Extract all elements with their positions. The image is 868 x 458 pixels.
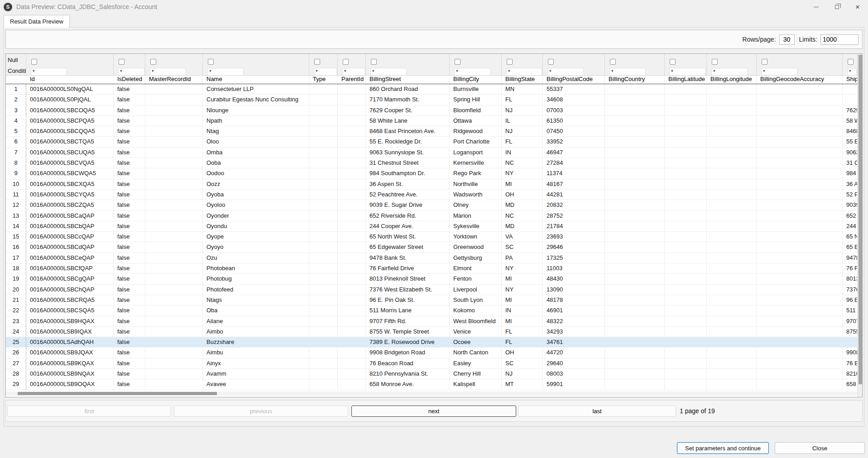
table-row[interactable]: 210016A00000LSBCRQA5falseNtags96 E. Pin …	[6, 295, 858, 305]
column-header-BillingStreet[interactable]: BillingStreet	[366, 76, 450, 84]
table-row[interactable]: 120016A00000LSBCZQA5falseOyoloo9039 E. S…	[6, 200, 858, 210]
null-checkbox-BillingLongitude[interactable]	[712, 59, 718, 65]
column-header-BillingLatitude[interactable]: BillingLatitude	[665, 76, 707, 84]
close-window-button[interactable]: ✕	[847, 0, 868, 14]
table-row[interactable]: 260016A00000LSB9JQAXfalseAimbu9908 Bridg…	[6, 348, 858, 358]
condition-input-BillingLongitude[interactable]	[711, 68, 748, 75]
condition-cell	[145, 66, 203, 75]
column-header-Name[interactable]: Name	[203, 76, 309, 84]
table-row[interactable]: 270016A00000LSB9KQAXfalseAinyx76 Beacon …	[6, 358, 858, 369]
tab-result-data-preview[interactable]: Result Data Preview	[4, 15, 70, 28]
previous-page-button[interactable]: previous	[174, 406, 348, 417]
close-button[interactable]: Close	[775, 442, 865, 454]
null-checkbox-Ship[interactable]	[848, 59, 854, 65]
table-row[interactable]: 50016A00000LSBCQQA5falseNtag8468 East Pr…	[6, 126, 858, 137]
minimize-button[interactable]	[806, 0, 826, 14]
null-checkbox-BillingCity[interactable]	[455, 59, 460, 65]
table-row[interactable]: 30016A00000LSBCOQA5falseNlounge7629 Coop…	[6, 105, 858, 116]
vertical-scrollbar[interactable]	[858, 54, 862, 397]
table-cell: false	[114, 137, 145, 147]
column-header-BillingCity[interactable]: BillingCity	[450, 76, 502, 84]
condition-input-MasterRecordId[interactable]	[150, 68, 186, 75]
table-row[interactable]: 240016A00000LSB9IQAXfalseAimbo8755 W. Te…	[6, 327, 858, 337]
table-row[interactable]: 180016A00000LSBCfQAPfalsePhotobean76 Fai…	[6, 263, 858, 274]
null-checkbox-Id[interactable]	[31, 59, 37, 65]
column-header-BillingCountry[interactable]: BillingCountry	[605, 76, 665, 84]
column-header-Ship[interactable]: Ship	[843, 76, 858, 84]
table-row[interactable]: 150016A00000LSBCcQAPfalseOyope65 North W…	[6, 232, 858, 242]
column-header-BillingState[interactable]: BillingState	[502, 76, 543, 84]
column-header-BillingLongitude[interactable]: BillingLongitude	[707, 76, 757, 84]
table-cell	[707, 285, 757, 295]
table-cell	[145, 148, 203, 158]
column-header-ParentId[interactable]: ParentId	[338, 76, 366, 84]
null-checkbox-BillingState[interactable]	[507, 59, 513, 65]
limits-input[interactable]	[820, 34, 858, 45]
table-row[interactable]: 250016A00000LSAdhQAHfalseBuzzshare7389 E…	[6, 337, 858, 348]
null-checkbox-BillingLatitude[interactable]	[670, 59, 676, 65]
condition-input-Name[interactable]	[207, 68, 244, 75]
column-header-IsDeleted[interactable]: IsDeleted	[114, 76, 145, 84]
table-row[interactable]: 60016A00000LSBCTQA5falseOloo55 E. Rockle…	[6, 137, 858, 147]
null-checkbox-MasterRecordId[interactable]	[150, 59, 156, 65]
table-row[interactable]: 20016A00000LS0PjQALfalseCurabitur Egesta…	[6, 95, 858, 105]
table-row[interactable]: 200016A00000LSBChQAPfalsePhotofeed7376 W…	[6, 285, 858, 295]
horizontal-scrollbar-thumb[interactable]	[18, 392, 217, 395]
table-row[interactable]: 130016A00000LSBCaQAPfalseOyonder652 Rive…	[6, 211, 858, 221]
null-checkbox-Type[interactable]	[314, 59, 320, 65]
condition-input-Type[interactable]	[314, 68, 337, 75]
condition-input-Id[interactable]	[31, 68, 67, 75]
column-header-BillingPostalCode[interactable]: BillingPostalCode	[543, 76, 605, 84]
rows-per-page-input[interactable]	[779, 34, 795, 45]
first-page-button[interactable]: first	[7, 406, 171, 417]
table-row[interactable]: 170016A00000LSBCeQAPfalseOzu9478 Bank St…	[6, 253, 858, 263]
table-cell	[665, 337, 707, 348]
next-page-button[interactable]: next	[351, 406, 516, 417]
set-parameters-button[interactable]: Set parameters and continue	[677, 442, 769, 454]
null-checkbox-BillingGeocodeAccuracy[interactable]	[762, 59, 767, 65]
table-row[interactable]: 70016A00000LSBCUQA5falseOmba9063 Sunnysl…	[6, 148, 858, 158]
condition-input-BillingState[interactable]	[506, 68, 542, 75]
condition-input-BillingCountry[interactable]	[609, 68, 646, 75]
condition-input-IsDeleted[interactable]	[118, 68, 144, 75]
table-cell: 0016A00000LSBCbQAP	[26, 221, 114, 232]
table-row[interactable]: 10016A00000LS0NgQALfalseConsectetuer LLP…	[6, 84, 858, 95]
table-row[interactable]: 290016A00000LSB9OQAXfalseAvavee658 Monro…	[6, 379, 858, 390]
vertical-scrollbar-thumb[interactable]	[858, 55, 862, 384]
column-header-Id[interactable]: Id	[26, 76, 114, 84]
last-page-button[interactable]: last	[518, 406, 676, 417]
table-cell	[707, 274, 757, 284]
null-checkbox-Name[interactable]	[208, 59, 214, 65]
condition-input-BillingCity[interactable]	[454, 68, 490, 75]
column-header-BillingGeocodeAccuracy[interactable]: BillingGeocodeAccuracy	[757, 76, 843, 84]
table-row[interactable]: 280016A00000LSB9NQAXfalseAvamm8210 Penns…	[6, 369, 858, 379]
condition-input-BillingGeocodeAccuracy[interactable]	[761, 68, 797, 75]
table-row[interactable]: 220016A00000LSBCSQA5falseOba511 Morris L…	[6, 305, 858, 316]
table-cell	[707, 158, 757, 168]
restore-button[interactable]	[826, 0, 847, 14]
table-row[interactable]: 80016A00000LSBCVQA5falseOoba31 Chestnut …	[6, 158, 858, 168]
table-cell: 0016A00000LSBCZQA5	[26, 200, 114, 210]
condition-input-ParentId[interactable]	[342, 68, 365, 75]
horizontal-scrollbar[interactable]	[6, 391, 858, 396]
condition-input-Ship[interactable]	[847, 68, 857, 75]
null-checkbox-BillingStreet[interactable]	[371, 59, 377, 65]
table-row[interactable]: 190016A00000LSBCgQAPfalsePhotobug8013 Pi…	[6, 274, 858, 284]
null-checkbox-BillingCountry[interactable]	[610, 59, 616, 65]
table-row[interactable]: 100016A00000LSBCXQA5falseOozz36 Aspen St…	[6, 179, 858, 190]
condition-input-BillingLatitude[interactable]	[669, 68, 705, 75]
table-cell: false	[114, 95, 145, 105]
table-row[interactable]: 90016A00000LSBCWQA5falseOodoo984 Southam…	[6, 168, 858, 179]
column-header-MasterRecordId[interactable]: MasterRecordId	[145, 76, 203, 84]
null-checkbox-ParentId[interactable]	[343, 59, 349, 65]
table-row[interactable]: 140016A00000LSBCbQAPfalseOyondu244 Coope…	[6, 221, 858, 232]
table-row[interactable]: 160016A00000LSBCdQAPfalseOyoyo65 Edgewat…	[6, 242, 858, 253]
table-row[interactable]: 110016A00000LSBCYQA5falseOyoba52 Peachtr…	[6, 190, 858, 200]
condition-input-BillingPostalCode[interactable]	[547, 68, 584, 75]
table-row[interactable]: 230016A00000LSB9HQAXfalseAilane9707 Fift…	[6, 316, 858, 327]
column-header-Type[interactable]: Type	[309, 76, 338, 84]
table-row[interactable]: 40016A00000LSBCPQA5falseNpath58 White La…	[6, 116, 858, 126]
condition-input-BillingStreet[interactable]	[370, 68, 407, 75]
null-checkbox-BillingPostalCode[interactable]	[548, 59, 554, 65]
null-checkbox-IsDeleted[interactable]	[119, 59, 125, 65]
